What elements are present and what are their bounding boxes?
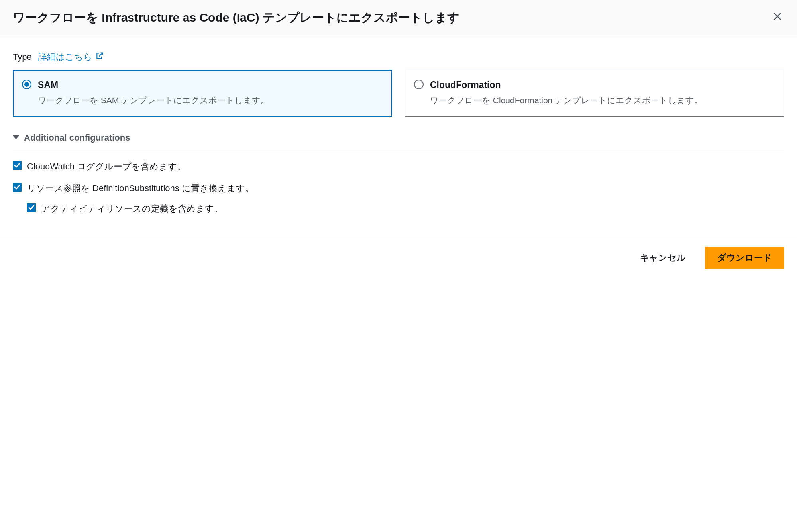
learn-more-text: 詳細はこちら — [38, 50, 92, 63]
dialog-body: Type 詳細はこちら SAM ワークフローを SAM テンプレートにエクスポー… — [0, 37, 797, 222]
cancel-button[interactable]: キャンセル — [628, 247, 698, 269]
tile-cloudformation[interactable]: CloudFormation ワークフローを CloudFormation テン… — [405, 70, 784, 117]
radio-icon — [414, 80, 424, 89]
dialog-footer: キャンセル ダウンロード — [0, 238, 797, 269]
type-row: Type 詳細はこちら — [13, 50, 784, 63]
tile-description: ワークフローを SAM テンプレートにエクスポートします。 — [38, 94, 383, 107]
radio-icon — [22, 80, 31, 89]
tile-title: SAM — [38, 78, 383, 92]
checkbox-label: リソース参照を DefinitionSubstitutions に置き換えます。 — [27, 182, 254, 195]
checkbox-label: アクティビティリソースの定義を含めます。 — [41, 202, 223, 215]
checkbox-definition-substitutions[interactable]: リソース参照を DefinitionSubstitutions に置き換えます。 — [13, 182, 784, 195]
tile-description: ワークフローを CloudFormation テンプレートにエクスポートします。 — [430, 94, 775, 107]
tile-sam[interactable]: SAM ワークフローを SAM テンプレートにエクスポートします。 — [13, 70, 392, 117]
type-tiles: SAM ワークフローを SAM テンプレートにエクスポートします。 CloudF… — [13, 70, 784, 117]
tile-title: CloudFormation — [430, 78, 775, 92]
checkbox-label: CloudWatch ロググループを含めます。 — [27, 160, 186, 173]
definition-substitutions-group: リソース参照を DefinitionSubstitutions に置き換えます。… — [13, 182, 784, 215]
close-button[interactable] — [771, 10, 784, 24]
close-icon — [772, 17, 783, 23]
additional-config-toggle[interactable]: Additional configurations — [13, 131, 784, 150]
learn-more-link[interactable]: 詳細はこちら — [38, 50, 104, 63]
caret-down-icon — [13, 135, 19, 139]
tile-body: SAM ワークフローを SAM テンプレートにエクスポートします。 — [38, 78, 383, 107]
external-link-icon — [96, 50, 104, 63]
export-iac-dialog: ワークフローを Infrastructure as Code (IaC) テンプ… — [0, 0, 797, 269]
download-button[interactable]: ダウンロード — [705, 247, 784, 269]
dialog-header: ワークフローを Infrastructure as Code (IaC) テンプ… — [0, 0, 797, 37]
additional-config-list: CloudWatch ロググループを含めます。 リソース参照を Definiti… — [13, 160, 784, 215]
checkbox-checked-icon — [27, 203, 36, 212]
tile-body: CloudFormation ワークフローを CloudFormation テン… — [430, 78, 775, 107]
checkbox-checked-icon — [13, 161, 22, 170]
checkbox-cloudwatch-logs[interactable]: CloudWatch ロググループを含めます。 — [13, 160, 784, 173]
additional-config-title: Additional configurations — [24, 131, 130, 144]
checkbox-activity-resources[interactable]: アクティビティリソースの定義を含めます。 — [27, 202, 784, 215]
type-label: Type — [13, 50, 32, 63]
dialog-title: ワークフローを Infrastructure as Code (IaC) テンプ… — [13, 10, 771, 26]
checkbox-checked-icon — [13, 183, 22, 192]
